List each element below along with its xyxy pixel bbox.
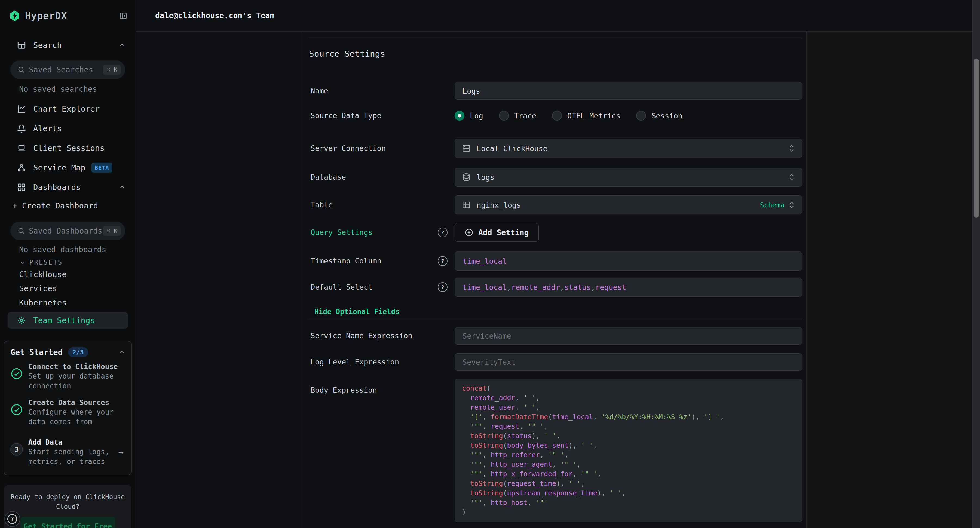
- default-select-input[interactable]: time_local, remote_addr, status, request: [455, 278, 802, 297]
- name-input[interactable]: [455, 82, 802, 100]
- help-circle-icon[interactable]: ?: [438, 282, 447, 292]
- settings-panel: Source Settings Name Source Data Type Lo…: [302, 32, 807, 528]
- step-desc: Start sending logs, metrics, or traces: [28, 447, 115, 466]
- no-saved-dashboards-text: No saved dashboards: [0, 246, 135, 254]
- hyperdx-logo-icon: [9, 10, 20, 22]
- code-line: '"', request, '" ',: [462, 421, 795, 431]
- server-connection-value: Local ClickHouse: [477, 144, 547, 153]
- radio-label: Session: [651, 111, 682, 120]
- server-connection-select[interactable]: Local ClickHouse: [455, 139, 802, 158]
- sidebar-item-label: Client Sessions: [33, 143, 105, 153]
- log-level-input[interactable]: [455, 353, 802, 371]
- saved-searches-field[interactable]: [29, 65, 103, 74]
- body-expression-editor[interactable]: concat( remote_addr, ' ', remote_user, '…: [455, 379, 802, 522]
- page-scrollbar[interactable]: [972, 0, 980, 528]
- form-row-timestamp-column: Timestamp Column ? time_local: [309, 251, 802, 270]
- create-dashboard-button[interactable]: + Create Dashboard: [0, 201, 135, 211]
- radio-option-log[interactable]: Log: [455, 111, 483, 121]
- form-row-log-level: Log Level Expression: [309, 353, 802, 371]
- sidebar-item-alerts[interactable]: Alerts: [0, 122, 135, 134]
- add-setting-label: Add Setting: [478, 228, 529, 237]
- logo-row: HyperDX: [0, 0, 135, 22]
- plus-circle-icon: [465, 228, 473, 237]
- source-data-type-radio-group: LogTraceOTEL MetricsSession: [455, 110, 802, 121]
- radio-unselected-icon[interactable]: [636, 111, 646, 121]
- get-started-step-2[interactable]: Create Data Sources Configure where your…: [10, 398, 125, 427]
- form-row-hide-optional: Hide Optional Fields: [309, 307, 802, 316]
- form-row-database: Database logs: [309, 168, 802, 187]
- get-started-free-button[interactable]: Get Started for Free: [21, 517, 115, 528]
- radio-option-otel-metrics[interactable]: OTEL Metrics: [552, 111, 620, 121]
- code-line: '"', http_host, '"': [462, 498, 795, 507]
- get-started-card: Get Started 2/3 Connect to ClickHouse Se…: [4, 341, 132, 475]
- source-data-type-label: Source Data Type: [310, 111, 381, 120]
- code-line: concat(: [462, 383, 795, 393]
- server-icon: [462, 144, 471, 153]
- sidebar-item-clickhouse[interactable]: ClickHouse: [0, 269, 135, 279]
- collapse-sidebar-icon[interactable]: [119, 12, 127, 20]
- step-desc: Configure where your data comes from: [28, 407, 115, 427]
- presets-toggle[interactable]: PRESETS: [0, 259, 135, 266]
- code-line: '[', formatDateTime(time_local, '%d/%b/%…: [462, 412, 795, 421]
- right-gutter: [807, 32, 980, 528]
- main-area: dale@clickhouse.com's Team Source Settin…: [136, 0, 980, 528]
- sidebar-item-services[interactable]: Services: [0, 284, 135, 293]
- help-circle-icon[interactable]: ?: [438, 256, 447, 266]
- sidebar-item-label: Chart Explorer: [33, 104, 100, 113]
- sidebar-item-label: Alerts: [33, 124, 62, 133]
- schema-link[interactable]: Schema: [760, 201, 784, 209]
- step-title: Create Data Sources: [28, 398, 125, 407]
- check-circle-icon: [10, 403, 23, 416]
- search-section-icon: [17, 41, 26, 50]
- sidebar-item-label: Dashboards: [33, 183, 81, 192]
- get-started-step-3[interactable]: 3 Add Data Start sending logs, metrics, …: [10, 437, 125, 466]
- database-icon: [462, 173, 471, 181]
- saved-searches-input[interactable]: ⌘ K: [10, 60, 125, 79]
- sidebar-item-chart-explorer[interactable]: Chart Explorer: [0, 103, 135, 115]
- get-started-step-1[interactable]: Connect to ClickHouse Set up your databa…: [10, 362, 125, 391]
- radio-option-trace[interactable]: Trace: [499, 111, 536, 121]
- top-header: dale@clickhouse.com's Team: [136, 0, 980, 32]
- radio-unselected-icon[interactable]: [499, 111, 509, 121]
- cloud-promo-card: Ready to deploy on ClickHouse Cloud? Get…: [4, 485, 131, 528]
- help-button[interactable]: ?: [4, 511, 20, 527]
- sidebar-item-kubernetes[interactable]: Kubernetes: [0, 298, 135, 307]
- saved-dashboards-input[interactable]: ⌘ K: [10, 221, 125, 240]
- gear-icon: [17, 316, 26, 325]
- saved-dashboards-field[interactable]: [29, 226, 103, 235]
- chevron-down-icon: [19, 259, 25, 266]
- sidebar-item-service-map[interactable]: Service Map BETA: [0, 162, 135, 173]
- service-name-input[interactable]: [455, 327, 802, 345]
- radio-selected-icon[interactable]: [455, 111, 465, 121]
- timestamp-column-input[interactable]: time_local: [455, 251, 802, 270]
- table-value: nginx_logs: [477, 201, 521, 209]
- get-started-header[interactable]: Get Started 2/3: [10, 347, 125, 358]
- sidebar-item-dashboards[interactable]: Dashboards: [0, 181, 135, 193]
- service-map-icon: [17, 163, 26, 172]
- sidebar-item-team-settings[interactable]: Team Settings: [8, 312, 128, 329]
- add-setting-button[interactable]: Add Setting: [455, 223, 539, 242]
- form-row-body-expression: Body Expression concat( remote_addr, ' '…: [309, 379, 802, 522]
- radio-option-session[interactable]: Session: [636, 111, 682, 121]
- timestamp-column-label: Timestamp Column: [310, 256, 381, 266]
- code-line: toString(status), ' ',: [462, 431, 795, 441]
- sidebar-item-client-sessions[interactable]: Client Sessions: [0, 142, 135, 154]
- chevron-up-icon: [119, 184, 126, 191]
- help-circle-icon[interactable]: ?: [438, 227, 447, 237]
- database-select[interactable]: logs: [455, 168, 802, 187]
- scrollbar-thumb[interactable]: [974, 59, 979, 218]
- bell-icon: [17, 124, 26, 133]
- step-title: Connect to ClickHouse: [28, 362, 125, 371]
- server-connection-label: Server Connection: [310, 144, 386, 153]
- hide-optional-fields-link[interactable]: Hide Optional Fields: [314, 307, 399, 316]
- cloud-promo-text-line1: Ready to deploy on ClickHouse: [4, 492, 131, 502]
- radio-unselected-icon[interactable]: [552, 111, 562, 121]
- database-label: Database: [310, 173, 346, 182]
- select-chevrons-icon: [788, 144, 795, 153]
- code-line: remote_addr, ' ',: [462, 393, 795, 402]
- search-icon: [18, 227, 25, 235]
- sidebar-item-search[interactable]: Search: [0, 39, 135, 51]
- table-icon: [462, 200, 471, 209]
- table-select[interactable]: nginx_logs Schema: [455, 196, 802, 215]
- radio-label: Trace: [514, 111, 536, 120]
